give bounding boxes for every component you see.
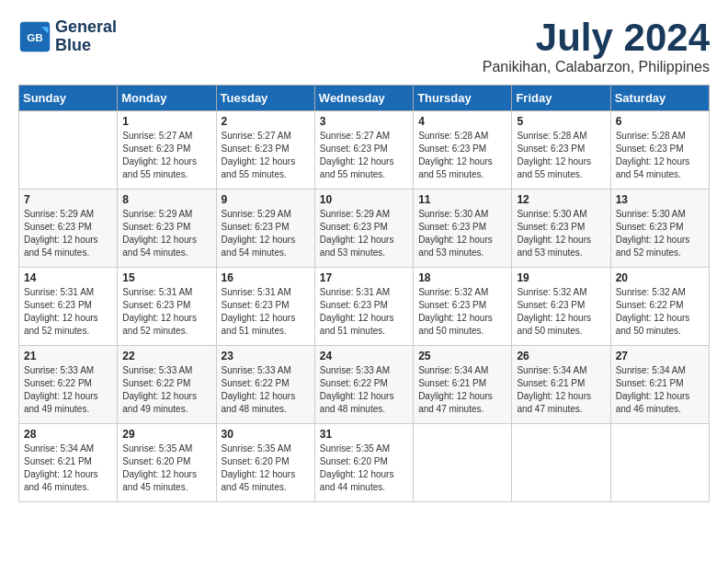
calendar-week-row: 21Sunrise: 5:33 AMSunset: 6:22 PMDayligh… <box>19 346 710 424</box>
day-number: 12 <box>517 193 605 206</box>
calendar-week-row: 1Sunrise: 5:27 AMSunset: 6:23 PMDaylight… <box>19 111 710 190</box>
calendar-cell: 11Sunrise: 5:30 AMSunset: 6:23 PMDayligh… <box>414 190 512 268</box>
calendar-header-row: SundayMondayTuesdayWednesdayThursdayFrid… <box>19 86 710 111</box>
weekday-header: Wednesday <box>314 86 413 111</box>
svg-text:GB: GB <box>27 31 43 43</box>
day-info: Sunrise: 5:34 AMSunset: 6:21 PMDaylight:… <box>24 442 112 494</box>
calendar-cell: 25Sunrise: 5:34 AMSunset: 6:21 PMDayligh… <box>414 346 512 424</box>
day-info: Sunrise: 5:35 AMSunset: 6:20 PMDaylight:… <box>222 442 310 494</box>
calendar-cell: 8Sunrise: 5:29 AMSunset: 6:23 PMDaylight… <box>118 190 216 268</box>
calendar-cell: 7Sunrise: 5:29 AMSunset: 6:23 PMDaylight… <box>19 190 118 268</box>
day-info: Sunrise: 5:33 AMSunset: 6:22 PMDaylight:… <box>122 364 210 416</box>
calendar-cell: 5Sunrise: 5:28 AMSunset: 6:23 PMDaylight… <box>512 111 610 190</box>
calendar-cell: 31Sunrise: 5:35 AMSunset: 6:20 PMDayligh… <box>314 424 413 502</box>
logo: GB General Blue <box>18 18 117 55</box>
day-number: 1 <box>122 115 210 128</box>
calendar-cell: 13Sunrise: 5:30 AMSunset: 6:23 PMDayligh… <box>610 190 709 268</box>
day-number: 26 <box>517 350 605 362</box>
calendar-week-row: 28Sunrise: 5:34 AMSunset: 6:21 PMDayligh… <box>19 424 710 502</box>
logo-icon: GB <box>18 20 51 53</box>
day-number: 29 <box>122 428 210 441</box>
day-number: 23 <box>222 350 310 362</box>
calendar-cell: 9Sunrise: 5:29 AMSunset: 6:23 PMDaylight… <box>216 190 314 268</box>
day-number: 4 <box>418 115 506 128</box>
day-number: 11 <box>418 193 506 206</box>
day-info: Sunrise: 5:27 AMSunset: 6:23 PMDaylight:… <box>320 130 408 181</box>
calendar-cell: 16Sunrise: 5:31 AMSunset: 6:23 PMDayligh… <box>216 268 314 346</box>
weekday-header: Thursday <box>414 86 512 111</box>
logo-text: General Blue <box>55 18 117 55</box>
calendar-cell: 30Sunrise: 5:35 AMSunset: 6:20 PMDayligh… <box>216 424 314 502</box>
day-info: Sunrise: 5:30 AMSunset: 6:23 PMDaylight:… <box>517 208 605 259</box>
day-number: 20 <box>616 271 704 284</box>
calendar-cell: 10Sunrise: 5:29 AMSunset: 6:23 PMDayligh… <box>314 190 413 268</box>
day-info: Sunrise: 5:31 AMSunset: 6:23 PMDaylight:… <box>222 286 310 338</box>
day-number: 6 <box>616 115 704 128</box>
month-year-title: July 2024 <box>483 18 710 57</box>
day-info: Sunrise: 5:33 AMSunset: 6:22 PMDaylight:… <box>24 364 112 416</box>
calendar-cell: 29Sunrise: 5:35 AMSunset: 6:20 PMDayligh… <box>118 424 216 502</box>
calendar-cell: 3Sunrise: 5:27 AMSunset: 6:23 PMDaylight… <box>314 111 413 190</box>
day-info: Sunrise: 5:28 AMSunset: 6:23 PMDaylight:… <box>616 130 704 181</box>
day-info: Sunrise: 5:29 AMSunset: 6:23 PMDaylight:… <box>122 208 210 259</box>
day-number: 24 <box>320 350 408 362</box>
weekday-header: Monday <box>118 86 216 111</box>
day-info: Sunrise: 5:33 AMSunset: 6:22 PMDaylight:… <box>222 364 310 416</box>
day-info: Sunrise: 5:34 AMSunset: 6:21 PMDaylight:… <box>517 364 605 416</box>
location-subtitle: Panikihan, Calabarzon, Philippines <box>483 59 710 75</box>
day-number: 18 <box>418 271 506 284</box>
title-block: July 2024 Panikihan, Calabarzon, Philipp… <box>483 18 710 75</box>
calendar-cell <box>610 424 709 502</box>
calendar-cell: 28Sunrise: 5:34 AMSunset: 6:21 PMDayligh… <box>19 424 118 502</box>
calendar-body: 1Sunrise: 5:27 AMSunset: 6:23 PMDaylight… <box>19 111 710 502</box>
calendar-cell <box>19 111 118 190</box>
day-info: Sunrise: 5:29 AMSunset: 6:23 PMDaylight:… <box>222 208 310 259</box>
day-number: 17 <box>320 271 408 284</box>
calendar-cell <box>512 424 610 502</box>
calendar-table: SundayMondayTuesdayWednesdayThursdayFrid… <box>18 85 710 502</box>
calendar-cell: 4Sunrise: 5:28 AMSunset: 6:23 PMDaylight… <box>414 111 512 190</box>
day-number: 30 <box>222 428 310 441</box>
day-info: Sunrise: 5:28 AMSunset: 6:23 PMDaylight:… <box>517 130 605 181</box>
day-info: Sunrise: 5:32 AMSunset: 6:23 PMDaylight:… <box>418 286 506 338</box>
day-info: Sunrise: 5:29 AMSunset: 6:23 PMDaylight:… <box>24 208 112 259</box>
day-number: 27 <box>616 350 704 362</box>
day-number: 10 <box>320 193 408 206</box>
calendar-cell: 23Sunrise: 5:33 AMSunset: 6:22 PMDayligh… <box>216 346 314 424</box>
day-number: 3 <box>320 115 408 128</box>
day-number: 2 <box>222 115 310 128</box>
calendar-cell: 18Sunrise: 5:32 AMSunset: 6:23 PMDayligh… <box>414 268 512 346</box>
day-info: Sunrise: 5:35 AMSunset: 6:20 PMDaylight:… <box>320 442 408 494</box>
day-number: 8 <box>122 193 210 206</box>
day-info: Sunrise: 5:34 AMSunset: 6:21 PMDaylight:… <box>616 364 704 416</box>
day-info: Sunrise: 5:27 AMSunset: 6:23 PMDaylight:… <box>222 130 310 181</box>
day-number: 16 <box>222 271 310 284</box>
day-number: 28 <box>24 428 112 441</box>
calendar-cell: 2Sunrise: 5:27 AMSunset: 6:23 PMDaylight… <box>216 111 314 190</box>
day-info: Sunrise: 5:27 AMSunset: 6:23 PMDaylight:… <box>122 130 210 181</box>
calendar-cell: 15Sunrise: 5:31 AMSunset: 6:23 PMDayligh… <box>118 268 216 346</box>
calendar-cell: 17Sunrise: 5:31 AMSunset: 6:23 PMDayligh… <box>314 268 413 346</box>
day-number: 5 <box>517 115 605 128</box>
calendar-week-row: 14Sunrise: 5:31 AMSunset: 6:23 PMDayligh… <box>19 268 710 346</box>
day-number: 13 <box>616 193 704 206</box>
calendar-cell: 21Sunrise: 5:33 AMSunset: 6:22 PMDayligh… <box>19 346 118 424</box>
calendar-cell: 26Sunrise: 5:34 AMSunset: 6:21 PMDayligh… <box>512 346 610 424</box>
day-number: 19 <box>517 271 605 284</box>
day-number: 21 <box>24 350 112 362</box>
calendar-cell: 6Sunrise: 5:28 AMSunset: 6:23 PMDaylight… <box>610 111 709 190</box>
day-info: Sunrise: 5:31 AMSunset: 6:23 PMDaylight:… <box>122 286 210 338</box>
day-number: 14 <box>24 271 112 284</box>
day-info: Sunrise: 5:29 AMSunset: 6:23 PMDaylight:… <box>320 208 408 259</box>
weekday-header: Tuesday <box>216 86 314 111</box>
calendar-cell: 24Sunrise: 5:33 AMSunset: 6:22 PMDayligh… <box>314 346 413 424</box>
calendar-cell <box>414 424 512 502</box>
calendar-cell: 20Sunrise: 5:32 AMSunset: 6:22 PMDayligh… <box>610 268 709 346</box>
day-info: Sunrise: 5:35 AMSunset: 6:20 PMDaylight:… <box>122 442 210 494</box>
day-info: Sunrise: 5:28 AMSunset: 6:23 PMDaylight:… <box>418 130 506 181</box>
day-info: Sunrise: 5:33 AMSunset: 6:22 PMDaylight:… <box>320 364 408 416</box>
calendar-cell: 19Sunrise: 5:32 AMSunset: 6:23 PMDayligh… <box>512 268 610 346</box>
calendar-week-row: 7Sunrise: 5:29 AMSunset: 6:23 PMDaylight… <box>19 190 710 268</box>
day-number: 15 <box>122 271 210 284</box>
calendar-cell: 14Sunrise: 5:31 AMSunset: 6:23 PMDayligh… <box>19 268 118 346</box>
